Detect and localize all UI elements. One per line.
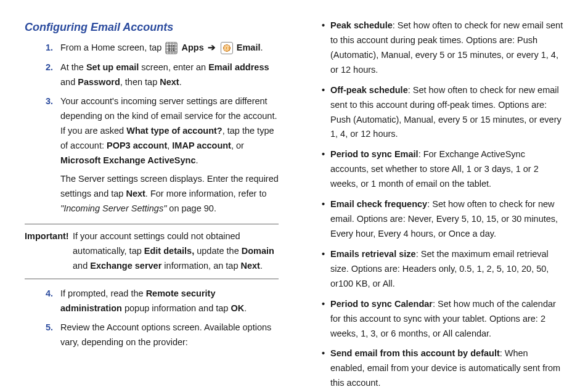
step-text: . For more information, refer to [145, 189, 267, 198]
bold-text: OK [231, 303, 244, 313]
note-text: and [73, 261, 90, 271]
step-3: Your account's incoming server settings … [55, 94, 279, 216]
bold-text: POP3 account [107, 141, 167, 150]
bold-text: Next [126, 189, 145, 198]
note-text: update the [194, 246, 242, 256]
list-item: Off-peak schedule: Set how often to chec… [322, 83, 563, 142]
arrow-icon: ➔ [208, 43, 216, 52]
option-title: Off-peak schedule [330, 85, 408, 95]
step-text: and [60, 77, 78, 87]
bold-text: What type of account? [126, 126, 222, 136]
bold-text: Set up email [86, 62, 139, 72]
step-text: Review the Account options screen. Avail… [60, 322, 271, 347]
section-heading: Configuring Email Accounts [25, 18, 279, 37]
bold-text: Password [78, 77, 120, 87]
note-text: information, an tap [161, 261, 240, 271]
option-title: Email check frequency [330, 199, 427, 209]
bold-text: Domain [242, 246, 274, 256]
step-text: on page 90. [166, 203, 216, 213]
page-columns: Configuring Email Accounts From a Home s… [25, 18, 563, 392]
list-item: Period to sync Calendar: Set how much of… [322, 297, 563, 341]
important-note: Important! If your account settings coul… [25, 224, 279, 279]
bold-text: Next [240, 261, 259, 271]
step-text: . [244, 303, 247, 313]
step-text: From a Home screen, tap [60, 43, 164, 52]
step-text: popup information and tap [122, 303, 231, 313]
bold-text: Microsoft Exchange ActiveSync [60, 155, 195, 165]
step-text: If prompted, read the [60, 288, 146, 298]
apps-label: Apps [181, 43, 203, 52]
apps-icon [165, 42, 178, 54]
list-item: Peak schedule: Set how often to check fo… [322, 18, 563, 78]
left-column: Configuring Email Accounts From a Home s… [25, 18, 279, 392]
option-title: Send email from this account by default [330, 348, 500, 358]
step-text: At the [60, 62, 86, 72]
right-column: Peak schedule: Set how often to check fo… [309, 18, 563, 392]
bold-text: Next [160, 77, 179, 87]
bold-text: Email address [208, 62, 269, 72]
step-2: At the Set up email screen, enter an Ema… [55, 60, 279, 90]
step-1: From a Home screen, tap Apps ➔ Email. [55, 41, 279, 55]
italic-text: "Incoming Server Settings" [60, 203, 166, 213]
email-icon [221, 42, 233, 54]
step-text: . [260, 43, 263, 52]
options-list: Peak schedule: Set how often to check fo… [309, 18, 563, 391]
step-text: , then tap [120, 77, 160, 87]
step-text: . [179, 77, 182, 87]
email-label: Email [237, 43, 261, 52]
steps-list: From a Home screen, tap Apps ➔ Email. At… [25, 41, 279, 216]
step-4: If prompted, read the Remote security ad… [55, 287, 279, 316]
option-title: Emails retrieval size [330, 249, 416, 259]
step-text: screen, enter an [139, 62, 208, 72]
step-3-para2: The Server settings screen displays. Ent… [60, 172, 279, 216]
list-item: Emails retrieval size: Set the maximum e… [322, 247, 563, 292]
step-5: Review the Account options screen. Avail… [55, 321, 279, 350]
important-label: Important! [25, 229, 69, 244]
bold-text: IMAP account [172, 141, 231, 150]
option-title: Period to sync Email [330, 149, 419, 159]
bold-text: Exchange server [90, 261, 161, 271]
step-text: , or [231, 141, 244, 150]
bold-text: Edit details, [144, 246, 194, 256]
steps-list-2: If prompted, read the Remote security ad… [25, 287, 279, 351]
note-text: . [260, 261, 263, 271]
list-item: Email check frequency: Set how often to … [322, 197, 563, 242]
list-item: Period to sync Email: For Exchange Activ… [322, 147, 563, 192]
step-text: . [195, 155, 198, 165]
list-item: Send email from this account by default:… [322, 346, 563, 391]
important-body: If your account settings could not obtai… [73, 229, 279, 274]
option-title: Period to sync Calendar [330, 299, 433, 309]
option-title: Peak schedule [330, 20, 393, 30]
